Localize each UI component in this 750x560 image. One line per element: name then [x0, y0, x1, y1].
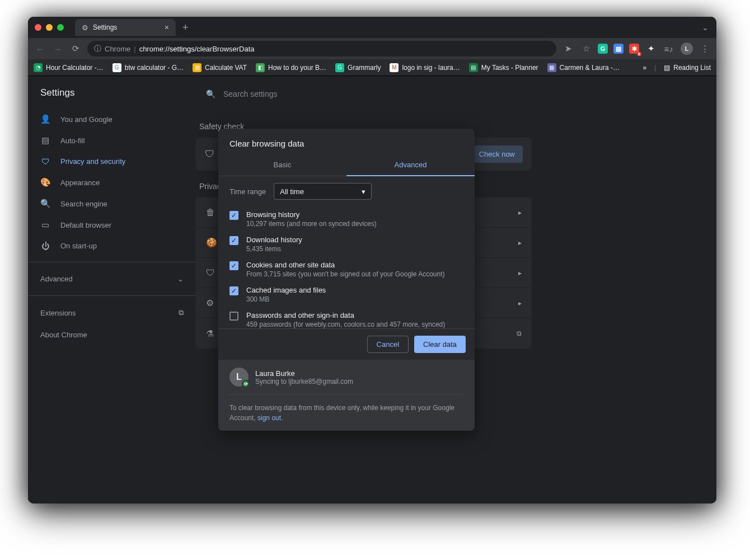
chevron-right-icon: ▸ [518, 269, 522, 277]
check-now-button[interactable]: Check now [471, 145, 523, 163]
power-icon: ⏻ [40, 241, 50, 251]
reload-button[interactable]: ⟳ [69, 44, 82, 54]
close-window-button[interactable] [35, 24, 41, 31]
time-range-select[interactable]: All time ▾ [274, 183, 372, 200]
minimize-window-button[interactable] [46, 24, 53, 31]
new-tab-button[interactable]: + [182, 22, 189, 34]
url-path: /clearBrowserData [195, 45, 255, 53]
checkbox[interactable] [229, 312, 238, 321]
sidebar-item-autofill[interactable]: ▤Auto-fill [28, 130, 196, 151]
reading-list-button[interactable]: ▤Reading List [664, 64, 711, 72]
sliders-icon: ⚙ [206, 298, 214, 308]
clear-data-button[interactable]: Clear data [414, 336, 466, 353]
chevron-right-icon: ▸ [518, 209, 522, 217]
back-button[interactable]: ← [34, 44, 46, 54]
bookmarks-bar: ◔Hour Calculator -… Gbtw calculator - G…… [28, 59, 716, 76]
menu-button[interactable]: ⋮ [699, 44, 711, 54]
reading-list-icon: ▤ [664, 64, 670, 72]
bookmark-item[interactable]: Mlogo in sig - laura… [390, 63, 460, 72]
forward-button[interactable]: → [51, 44, 64, 54]
sidebar-item-default-browser[interactable]: ▭Default browser [28, 214, 196, 236]
dialog-body: Time range All time ▾ ✓ Browsing history… [218, 176, 475, 328]
bookmark-item[interactable]: ◧How to do your B… [256, 63, 326, 72]
maximize-window-button[interactable] [57, 24, 64, 31]
sidebar-extensions[interactable]: Extensions⧉ [28, 302, 196, 324]
trash-icon: 🗑 [206, 208, 215, 218]
palette-icon: 🎨 [40, 177, 50, 187]
settings-sidebar: Settings 👤You and Google ▤Auto-fill 🛡Pri… [28, 76, 196, 503]
cookie-icon: 🍪 [206, 237, 217, 248]
account-name: Laura Burke [255, 369, 353, 378]
sidebar-advanced[interactable]: Advanced⌄ [28, 268, 196, 290]
dialog-account: L ⟳ Laura Burke Syncing to ljburke85@gma… [218, 360, 475, 431]
dialog-tabs: Basic Advanced [218, 154, 475, 176]
tab-basic[interactable]: Basic [218, 154, 346, 176]
browser-tab[interactable]: ⚙ Settings × [75, 19, 176, 36]
star-icon[interactable]: ☆ [580, 44, 592, 54]
option-cached[interactable]: ✓ Cached images and files300 MB [229, 282, 463, 307]
site-info-icon: ⓘ [94, 44, 101, 54]
window-menu-button[interactable]: ⌄ [702, 23, 709, 32]
account-sync: Syncing to ljburke85@gmail.com [255, 378, 353, 385]
extensions-button[interactable]: ✦ [645, 44, 657, 54]
account-avatar: L ⟳ [229, 368, 249, 387]
media-icon[interactable]: ≡♪ [663, 44, 675, 54]
checkbox[interactable]: ✓ [229, 286, 238, 295]
sidebar-item-appearance[interactable]: 🎨Appearance [28, 172, 196, 193]
sign-out-link[interactable]: sign out [257, 414, 281, 422]
sidebar-item-privacy[interactable]: 🛡Privacy and security [28, 151, 196, 172]
search-settings[interactable]: 🔍 Search settings [196, 83, 532, 105]
option-cookies[interactable]: ✓ Cookies and other site dataFrom 3,715 … [229, 257, 463, 282]
bookmark-item[interactable]: ▤My Tasks - Planner [469, 63, 538, 72]
chevron-down-icon: ▾ [362, 187, 365, 196]
chevron-down-icon: ⌄ [177, 275, 184, 283]
url-host: settings [170, 45, 195, 53]
chevron-right-icon: ▸ [518, 239, 522, 247]
cancel-button[interactable]: Cancel [367, 336, 409, 353]
bookmark-item[interactable]: GGrammarly [335, 63, 381, 72]
dialog-note: To clear browsing data from this device … [229, 394, 463, 423]
checkbox[interactable]: ✓ [229, 261, 238, 270]
sidebar-about[interactable]: About Chrome [28, 324, 196, 346]
extension-icon[interactable]: G [598, 44, 608, 54]
bookmark-item[interactable]: ◔Hour Calculator -… [34, 63, 104, 72]
shield-icon: 🛡 [40, 157, 50, 166]
extension-icon[interactable]: ✱8 [629, 44, 639, 54]
tab-advanced[interactable]: Advanced [346, 154, 475, 176]
bookmark-item[interactable]: ▦Calculate VAT [193, 63, 247, 72]
bookmarks-overflow[interactable]: » [643, 64, 646, 72]
bookmark-item[interactable]: ▦Carmen & Laura -… [547, 63, 620, 72]
checkbox[interactable]: ✓ [229, 211, 238, 220]
sidebar-item-startup[interactable]: ⏻On start-up [28, 236, 196, 256]
option-download-history[interactable]: ✓ Download history5,435 items [229, 232, 463, 257]
search-icon: 🔍 [40, 199, 50, 209]
settings-main: 🔍 Search settings Safety check 🛡 Check n… [196, 76, 716, 503]
clear-browsing-data-dialog: Clear browsing data Basic Advanced Time … [218, 129, 475, 431]
address-bar[interactable]: ⓘ Chrome | chrome://settings/clearBrowse… [87, 41, 556, 57]
close-tab-icon[interactable]: × [165, 23, 169, 32]
extension-icon[interactable]: ▧ [613, 44, 624, 54]
time-range-label: Time range [229, 187, 266, 196]
search-placeholder: Search settings [223, 90, 278, 98]
toolbar-actions: ➤ ☆ G ▧ ✱8 ✦ ≡♪ L ⋮ [562, 43, 711, 55]
option-browsing-history[interactable]: ✓ Browsing history10,297 items (and more… [229, 206, 463, 232]
shield-icon: 🛡 [206, 268, 215, 278]
sidebar-item-you-and-google[interactable]: 👤You and Google [28, 109, 196, 130]
person-icon: 👤 [40, 114, 50, 124]
chevron-right-icon: ▸ [518, 299, 522, 307]
send-icon[interactable]: ➤ [562, 44, 574, 54]
external-link-icon: ⧉ [517, 330, 522, 337]
toolbar: ← → ⟳ ⓘ Chrome | chrome://settings/clear… [28, 38, 716, 59]
dialog-title: Clear browsing data [218, 129, 475, 154]
sync-icon: ⟳ [242, 380, 250, 388]
bookmark-item[interactable]: Gbtw calculator - G… [112, 63, 184, 72]
sidebar-item-search-engine[interactable]: 🔍Search engine [28, 193, 196, 214]
tab-label: Settings [93, 23, 117, 31]
window-controls [35, 24, 64, 31]
option-passwords[interactable]: Passwords and other sign-in data459 pass… [229, 307, 463, 328]
browser-icon: ▭ [40, 220, 50, 230]
url-scheme: chrome:// [139, 45, 170, 53]
browser-window: ⚙ Settings × + ⌄ ← → ⟳ ⓘ Chrome | chrome… [28, 17, 716, 503]
profile-avatar[interactable]: L [681, 43, 693, 55]
checkbox[interactable]: ✓ [229, 236, 238, 245]
